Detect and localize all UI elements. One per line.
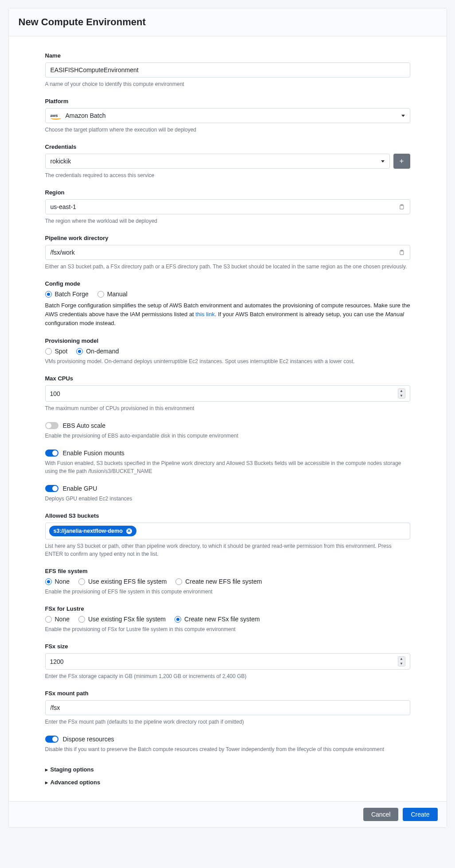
radio-icon: [45, 578, 52, 585]
fsx-label: FSx for Lustre: [45, 605, 410, 612]
fusion-label: Enable Fusion mounts: [63, 450, 124, 457]
config-mode-link[interactable]: this link: [195, 311, 214, 318]
config-mode-batch-forge[interactable]: Batch Forge: [45, 291, 89, 298]
region-input-wrap[interactable]: [45, 199, 410, 214]
radio-icon: [78, 578, 85, 585]
workdir-input-wrap[interactable]: [45, 245, 410, 260]
s3-buckets-help: List here any S3 bucket or path, other t…: [45, 542, 410, 558]
region-label: Region: [45, 189, 410, 196]
fsx-help: Enable the provisioning of FSx for Lustr…: [45, 625, 410, 633]
s3-buckets-input[interactable]: s3://janelia-nextflow-demo ✕: [45, 523, 410, 539]
radio-icon: [45, 616, 52, 623]
dispose-help: Disable this if you want to preserve the…: [45, 745, 410, 753]
clipboard-icon: [399, 249, 405, 256]
gpu-toggle[interactable]: [45, 485, 58, 492]
config-mode-description: Batch Forge configuration simplifies the…: [45, 301, 410, 328]
region-help: The region where the workload will be de…: [45, 217, 410, 225]
max-cpus-help: The maximum number of CPUs provisioned i…: [45, 404, 410, 412]
fusion-help: With Fusion enabled, S3 buckets specifie…: [45, 459, 410, 475]
new-compute-environment-modal: New Compute Environment Name A name of y…: [8, 8, 447, 828]
modal-header: New Compute Environment: [9, 8, 447, 36]
radio-icon: [175, 578, 182, 585]
fsx-existing[interactable]: Use existing FSx file system: [78, 616, 166, 623]
plus-icon: +: [400, 157, 404, 166]
credentials-select[interactable]: rokickik: [45, 154, 390, 169]
fsx-size-input-wrap[interactable]: 1200 ▲▼: [45, 653, 410, 670]
modal-footer: Cancel Create: [9, 801, 447, 827]
credentials-value: rokickik: [51, 158, 71, 165]
cancel-button[interactable]: Cancel: [363, 808, 399, 821]
ebs-toggle[interactable]: [45, 422, 58, 429]
chevron-down-icon: [381, 160, 385, 163]
provisioning-on-demand[interactable]: On-demand: [76, 348, 119, 355]
remove-chip-icon[interactable]: ✕: [126, 528, 132, 534]
workdir-input[interactable]: [51, 249, 399, 256]
config-mode-manual[interactable]: Manual: [97, 291, 128, 298]
gpu-help: Deploys GPU enabled Ec2 instances: [45, 495, 410, 503]
fusion-toggle[interactable]: [45, 450, 58, 457]
workdir-label: Pipeline work directory: [45, 235, 410, 241]
config-mode-radios: Batch Forge Manual: [45, 291, 410, 298]
dispose-label: Dispose resources: [63, 736, 114, 743]
caret-right-icon: [45, 779, 48, 786]
clipboard-icon: [399, 204, 405, 210]
fsx-create[interactable]: Create new FSx file system: [175, 616, 260, 623]
modal-title: New Compute Environment: [19, 16, 437, 28]
radio-icon: [76, 348, 83, 355]
credentials-label: Credentials: [45, 143, 410, 150]
platform-label: Platform: [45, 98, 410, 105]
provisioning-help: VMs provisioning model. On-demand deploy…: [45, 357, 410, 365]
add-credentials-button[interactable]: +: [393, 154, 410, 169]
stepper-icon[interactable]: ▲▼: [398, 656, 405, 666]
efs-help: Enable the provisioning of EFS file syst…: [45, 588, 410, 596]
caret-right-icon: [45, 766, 48, 773]
chevron-down-icon: [401, 115, 405, 117]
dispose-toggle[interactable]: [45, 736, 58, 743]
fsx-size-value: 1200: [50, 658, 64, 665]
platform-value: Amazon Batch: [66, 112, 106, 119]
advanced-options-toggle[interactable]: Advanced options: [45, 776, 410, 789]
fsx-size-help: Enter the FSx storage capacity in GB (mi…: [45, 672, 410, 680]
fsx-mount-help: Enter the FSx mount path (defaults to th…: [45, 718, 410, 726]
name-label: Name: [45, 52, 410, 59]
staging-options-toggle[interactable]: Staging options: [45, 763, 410, 776]
name-help: A name of your choice to identify this c…: [45, 80, 410, 88]
radio-icon: [97, 291, 104, 298]
efs-create[interactable]: Create new EFS file system: [175, 578, 262, 585]
radio-icon: [175, 616, 181, 623]
provisioning-spot[interactable]: Spot: [45, 348, 68, 355]
fsx-mount-input[interactable]: [45, 700, 410, 715]
config-mode-label: Config mode: [45, 280, 410, 287]
stepper-icon[interactable]: ▲▼: [398, 388, 405, 399]
radio-icon: [45, 291, 52, 298]
provisioning-label: Provisioning model: [45, 337, 410, 344]
gpu-label: Enable GPU: [63, 485, 97, 492]
fsx-mount-label: FSx mount path: [45, 690, 410, 697]
max-cpus-label: Max CPUs: [45, 375, 410, 382]
radio-icon: [78, 616, 85, 623]
ebs-help: Enable the provisioning of EBS auto-expa…: [45, 432, 410, 440]
efs-label: EFS file system: [45, 568, 410, 574]
fsx-none[interactable]: None: [45, 616, 70, 623]
platform-select[interactable]: aws Amazon Batch: [45, 108, 410, 123]
efs-none[interactable]: None: [45, 578, 70, 585]
credentials-help: The credentials required to access this …: [45, 171, 410, 179]
aws-logo-icon: aws: [51, 113, 61, 118]
s3-buckets-label: Allowed S3 buckets: [45, 512, 410, 519]
ebs-label: EBS Auto scale: [63, 422, 106, 429]
workdir-help: Either an S3 bucket path, a FSx director…: [45, 263, 410, 271]
efs-existing[interactable]: Use existing EFS file system: [78, 578, 167, 585]
region-input[interactable]: [51, 203, 399, 210]
modal-body: Name A name of your choice to identify t…: [9, 36, 447, 801]
max-cpus-value: 100: [50, 390, 60, 397]
create-button[interactable]: Create: [403, 808, 437, 821]
radio-icon: [45, 348, 52, 355]
platform-help: Choose the target platform where the exe…: [45, 126, 410, 134]
fsx-size-label: FSx size: [45, 643, 410, 650]
max-cpus-input-wrap[interactable]: 100 ▲▼: [45, 385, 410, 402]
name-input[interactable]: [45, 62, 410, 78]
s3-bucket-chip: s3://janelia-nextflow-demo ✕: [49, 526, 136, 536]
